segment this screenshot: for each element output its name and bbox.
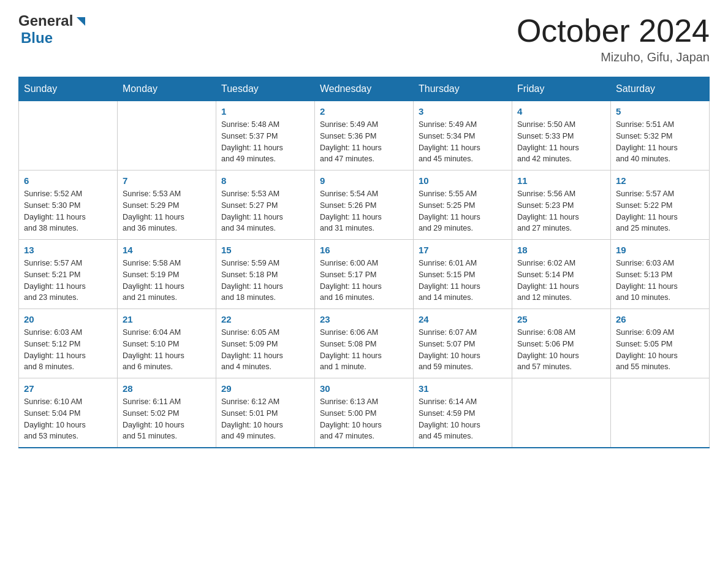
day-info: Sunrise: 6:09 AM Sunset: 5:05 PM Dayligh… — [616, 327, 704, 373]
day-info: Sunrise: 6:13 AM Sunset: 5:00 PM Dayligh… — [320, 396, 408, 442]
day-info: Sunrise: 6:04 AM Sunset: 5:10 PM Dayligh… — [123, 327, 211, 373]
day-info: Sunrise: 5:50 AM Sunset: 5:33 PM Dayligh… — [517, 119, 605, 165]
day-info: Sunrise: 6:00 AM Sunset: 5:17 PM Dayligh… — [320, 258, 408, 304]
weekday-header-wednesday: Wednesday — [315, 77, 414, 101]
calendar-cell: 18Sunrise: 6:02 AM Sunset: 5:14 PM Dayli… — [512, 240, 611, 309]
day-number: 20 — [24, 314, 112, 324]
calendar-cell: 3Sunrise: 5:49 AM Sunset: 5:34 PM Daylig… — [414, 101, 512, 170]
calendar-cell: 12Sunrise: 5:57 AM Sunset: 5:22 PM Dayli… — [611, 170, 710, 240]
calendar-week-row: 20Sunrise: 6:03 AM Sunset: 5:12 PM Dayli… — [19, 309, 710, 378]
calendar-week-row: 6Sunrise: 5:52 AM Sunset: 5:30 PM Daylig… — [19, 170, 710, 240]
calendar-cell: 2Sunrise: 5:49 AM Sunset: 5:36 PM Daylig… — [315, 101, 414, 170]
day-number: 25 — [517, 314, 605, 324]
day-info: Sunrise: 5:51 AM Sunset: 5:32 PM Dayligh… — [616, 119, 704, 165]
calendar-week-row: 27Sunrise: 6:10 AM Sunset: 5:04 PM Dayli… — [19, 378, 710, 448]
calendar-cell: 19Sunrise: 6:03 AM Sunset: 5:13 PM Dayli… — [611, 240, 710, 309]
calendar-table: SundayMondayTuesdayWednesdayThursdayFrid… — [18, 77, 710, 448]
day-info: Sunrise: 6:07 AM Sunset: 5:07 PM Dayligh… — [419, 327, 507, 373]
calendar-cell: 1Sunrise: 5:48 AM Sunset: 5:37 PM Daylig… — [216, 101, 315, 170]
calendar-cell: 4Sunrise: 5:50 AM Sunset: 5:33 PM Daylig… — [512, 101, 611, 170]
day-number: 9 — [320, 175, 408, 186]
day-number: 17 — [419, 245, 507, 255]
day-number: 18 — [517, 245, 605, 255]
calendar-cell: 31Sunrise: 6:14 AM Sunset: 4:59 PM Dayli… — [414, 378, 512, 448]
day-info: Sunrise: 5:57 AM Sunset: 5:22 PM Dayligh… — [616, 188, 704, 234]
weekday-header-saturday: Saturday — [611, 77, 710, 101]
calendar-cell: 15Sunrise: 5:59 AM Sunset: 5:18 PM Dayli… — [216, 240, 315, 309]
calendar-cell: 29Sunrise: 6:12 AM Sunset: 5:01 PM Dayli… — [216, 378, 315, 448]
day-info: Sunrise: 5:52 AM Sunset: 5:30 PM Dayligh… — [24, 188, 112, 234]
calendar-cell: 6Sunrise: 5:52 AM Sunset: 5:30 PM Daylig… — [19, 170, 118, 240]
day-number: 5 — [616, 106, 704, 117]
day-number: 4 — [517, 106, 605, 117]
day-number: 13 — [24, 245, 112, 255]
weekday-header-friday: Friday — [512, 77, 611, 101]
weekday-header-tuesday: Tuesday — [216, 77, 315, 101]
calendar-week-row: 1Sunrise: 5:48 AM Sunset: 5:37 PM Daylig… — [19, 101, 710, 170]
day-info: Sunrise: 6:11 AM Sunset: 5:02 PM Dayligh… — [123, 396, 211, 442]
day-number: 16 — [320, 245, 408, 255]
logo: General Blue — [18, 12, 88, 47]
calendar-cell — [611, 378, 710, 448]
day-number: 24 — [419, 314, 507, 324]
day-info: Sunrise: 5:57 AM Sunset: 5:21 PM Dayligh… — [24, 258, 112, 304]
day-info: Sunrise: 6:03 AM Sunset: 5:13 PM Dayligh… — [616, 258, 704, 304]
calendar-cell: 26Sunrise: 6:09 AM Sunset: 5:05 PM Dayli… — [611, 309, 710, 378]
day-info: Sunrise: 6:01 AM Sunset: 5:15 PM Dayligh… — [419, 258, 507, 304]
day-number: 15 — [221, 245, 309, 255]
day-number: 28 — [123, 383, 211, 394]
calendar-cell: 27Sunrise: 6:10 AM Sunset: 5:04 PM Dayli… — [19, 378, 118, 448]
day-info: Sunrise: 5:53 AM Sunset: 5:27 PM Dayligh… — [221, 188, 309, 234]
calendar-cell: 5Sunrise: 5:51 AM Sunset: 5:32 PM Daylig… — [611, 101, 710, 170]
calendar-body: 1Sunrise: 5:48 AM Sunset: 5:37 PM Daylig… — [19, 101, 710, 448]
calendar-cell: 11Sunrise: 5:56 AM Sunset: 5:23 PM Dayli… — [512, 170, 611, 240]
calendar-cell — [118, 101, 216, 170]
calendar-cell: 28Sunrise: 6:11 AM Sunset: 5:02 PM Dayli… — [118, 378, 216, 448]
svg-marker-0 — [77, 17, 85, 26]
calendar-cell — [512, 378, 611, 448]
calendar-cell: 14Sunrise: 5:58 AM Sunset: 5:19 PM Dayli… — [118, 240, 216, 309]
day-number: 29 — [221, 383, 309, 394]
calendar-cell: 21Sunrise: 6:04 AM Sunset: 5:10 PM Dayli… — [118, 309, 216, 378]
day-number: 27 — [24, 383, 112, 394]
calendar-cell: 16Sunrise: 6:00 AM Sunset: 5:17 PM Dayli… — [315, 240, 414, 309]
calendar-cell: 7Sunrise: 5:53 AM Sunset: 5:29 PM Daylig… — [118, 170, 216, 240]
day-info: Sunrise: 5:58 AM Sunset: 5:19 PM Dayligh… — [123, 258, 211, 304]
calendar-cell: 9Sunrise: 5:54 AM Sunset: 5:26 PM Daylig… — [315, 170, 414, 240]
day-number: 1 — [221, 106, 309, 117]
calendar-cell: 8Sunrise: 5:53 AM Sunset: 5:27 PM Daylig… — [216, 170, 315, 240]
location: Mizuho, Gifu, Japan — [517, 50, 710, 64]
calendar-cell: 23Sunrise: 6:06 AM Sunset: 5:08 PM Dayli… — [315, 309, 414, 378]
day-info: Sunrise: 6:06 AM Sunset: 5:08 PM Dayligh… — [320, 327, 408, 373]
day-number: 23 — [320, 314, 408, 324]
day-info: Sunrise: 5:59 AM Sunset: 5:18 PM Dayligh… — [221, 258, 309, 304]
day-info: Sunrise: 6:08 AM Sunset: 5:06 PM Dayligh… — [517, 327, 605, 373]
day-number: 31 — [419, 383, 507, 394]
day-info: Sunrise: 6:14 AM Sunset: 4:59 PM Dayligh… — [419, 396, 507, 442]
day-number: 14 — [123, 245, 211, 255]
day-number: 30 — [320, 383, 408, 394]
day-number: 3 — [419, 106, 507, 117]
day-info: Sunrise: 6:03 AM Sunset: 5:12 PM Dayligh… — [24, 327, 112, 373]
day-number: 6 — [24, 175, 112, 186]
day-number: 26 — [616, 314, 704, 324]
day-number: 19 — [616, 245, 704, 255]
day-info: Sunrise: 5:54 AM Sunset: 5:26 PM Dayligh… — [320, 188, 408, 234]
month-title: October 2024 — [517, 12, 710, 49]
day-number: 2 — [320, 106, 408, 117]
weekday-header-row: SundayMondayTuesdayWednesdayThursdayFrid… — [19, 77, 710, 101]
day-info: Sunrise: 6:12 AM Sunset: 5:01 PM Dayligh… — [221, 396, 309, 442]
page-header: General Blue October 2024 Mizuho, Gifu, … — [18, 12, 710, 64]
calendar-week-row: 13Sunrise: 5:57 AM Sunset: 5:21 PM Dayli… — [19, 240, 710, 309]
day-number: 8 — [221, 175, 309, 186]
day-info: Sunrise: 6:10 AM Sunset: 5:04 PM Dayligh… — [24, 396, 112, 442]
day-number: 10 — [419, 175, 507, 186]
calendar-cell: 30Sunrise: 6:13 AM Sunset: 5:00 PM Dayli… — [315, 378, 414, 448]
day-info: Sunrise: 5:56 AM Sunset: 5:23 PM Dayligh… — [517, 188, 605, 234]
day-info: Sunrise: 5:55 AM Sunset: 5:25 PM Dayligh… — [419, 188, 507, 234]
day-number: 7 — [123, 175, 211, 186]
day-info: Sunrise: 5:53 AM Sunset: 5:29 PM Dayligh… — [123, 188, 211, 234]
calendar-cell: 22Sunrise: 6:05 AM Sunset: 5:09 PM Dayli… — [216, 309, 315, 378]
calendar-cell: 24Sunrise: 6:07 AM Sunset: 5:07 PM Dayli… — [414, 309, 512, 378]
logo-general-text: General — [18, 12, 73, 29]
